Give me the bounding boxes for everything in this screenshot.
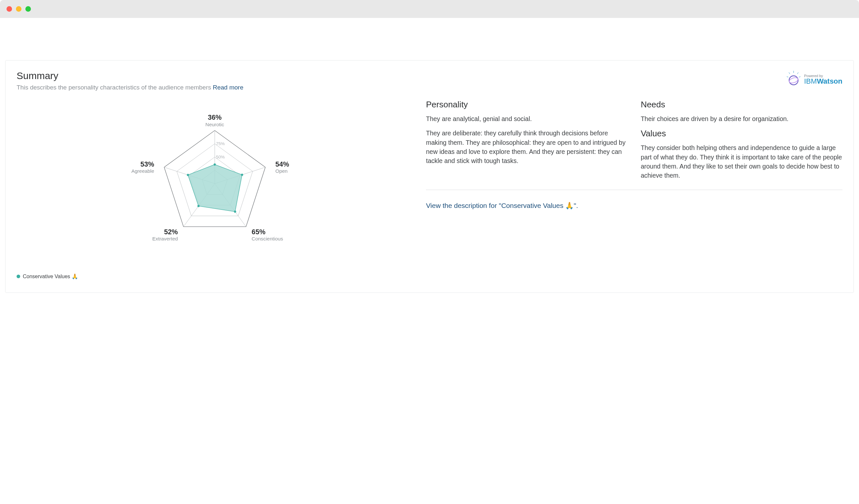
legend-label: Conservative Values 🙏 xyxy=(23,273,78,279)
svg-text:Neurotic: Neurotic xyxy=(205,122,224,127)
svg-point-18 xyxy=(187,174,189,176)
values-p1: They consider both helping others and in… xyxy=(641,143,842,180)
watson-text: Watson xyxy=(817,77,842,85)
close-icon[interactable] xyxy=(6,6,12,12)
traffic-lights xyxy=(6,6,31,12)
svg-line-3 xyxy=(787,77,788,77)
radar-chart: 50%75%36%Neurotic54%Open65%Conscientious… xyxy=(17,97,413,260)
values-heading: Values xyxy=(641,128,842,139)
svg-text:54%: 54% xyxy=(275,161,289,168)
legend-swatch xyxy=(17,275,20,278)
maximize-icon[interactable] xyxy=(25,6,31,12)
svg-text:Open: Open xyxy=(275,168,288,174)
svg-text:Agreeable: Agreeable xyxy=(132,168,154,174)
svg-text:75%: 75% xyxy=(216,141,225,146)
svg-line-4 xyxy=(799,77,801,77)
svg-line-1 xyxy=(789,73,790,74)
needs-heading: Needs xyxy=(641,100,842,110)
svg-line-2 xyxy=(798,73,798,74)
svg-point-16 xyxy=(234,211,236,213)
personality-p2: They are deliberate: they carefully thin… xyxy=(426,128,628,165)
view-description-link[interactable]: View the description for "Conservative V… xyxy=(426,202,842,210)
section-title: Summary xyxy=(17,70,243,81)
svg-point-14 xyxy=(214,163,216,166)
window-titlebar xyxy=(0,0,859,18)
needs-p1: Their choices are driven by a desire for… xyxy=(641,114,842,123)
svg-text:65%: 65% xyxy=(252,228,266,235)
svg-text:Extraverted: Extraverted xyxy=(152,236,178,241)
read-more-link[interactable]: Read more xyxy=(213,84,243,91)
minimize-icon[interactable] xyxy=(16,6,21,12)
svg-text:36%: 36% xyxy=(208,113,222,121)
svg-text:52%: 52% xyxy=(164,228,178,235)
svg-point-15 xyxy=(241,174,243,176)
svg-point-5 xyxy=(789,76,798,85)
svg-text:53%: 53% xyxy=(140,161,154,168)
svg-text:50%: 50% xyxy=(216,155,225,159)
section-subtitle: This describes the personality character… xyxy=(17,84,243,91)
watson-icon xyxy=(785,70,802,89)
divider xyxy=(426,190,842,190)
watson-badge: Powered by IBMWatson xyxy=(785,70,842,89)
svg-point-17 xyxy=(197,205,200,207)
personality-p1: They are analytical, genial and social. xyxy=(426,114,628,123)
ibm-text: IBM xyxy=(804,77,817,85)
personality-heading: Personality xyxy=(426,100,628,110)
svg-text:Conscientious: Conscientious xyxy=(252,236,283,241)
subtitle-text: This describes the personality character… xyxy=(17,84,213,91)
summary-card: Summary This describes the personality c… xyxy=(5,60,854,293)
chart-legend: Conservative Values 🙏 xyxy=(17,273,413,279)
